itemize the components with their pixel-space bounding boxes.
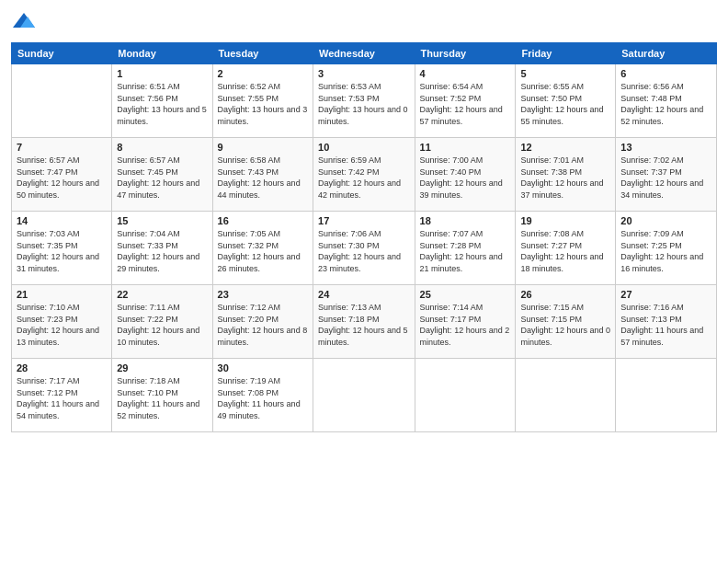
calendar-cell: 16Sunrise: 7:05 AMSunset: 7:32 PMDayligh… xyxy=(212,212,313,285)
day-number: 17 xyxy=(318,215,410,226)
day-detail: Sunrise: 7:08 AMSunset: 7:27 PMDaylight:… xyxy=(520,228,610,274)
day-detail: Sunrise: 6:51 AMSunset: 7:56 PMDaylight:… xyxy=(117,81,207,127)
day-detail: Sunrise: 7:19 AMSunset: 7:08 PMDaylight:… xyxy=(218,375,308,421)
calendar-cell: 12Sunrise: 7:01 AMSunset: 7:38 PMDayligh… xyxy=(516,138,616,212)
day-number: 16 xyxy=(218,215,308,226)
day-detail: Sunrise: 7:10 AMSunset: 7:23 PMDaylight:… xyxy=(17,302,107,348)
calendar-cell xyxy=(516,359,616,432)
day-detail: Sunrise: 7:09 AMSunset: 7:25 PMDaylight:… xyxy=(620,228,711,274)
day-number: 2 xyxy=(218,68,308,79)
day-number: 10 xyxy=(318,142,410,153)
calendar-cell xyxy=(313,359,415,432)
day-number: 3 xyxy=(318,68,410,79)
calendar-cell: 10Sunrise: 6:59 AMSunset: 7:42 PMDayligh… xyxy=(313,138,415,212)
week-row-5: 28Sunrise: 7:17 AMSunset: 7:12 PMDayligh… xyxy=(12,359,717,432)
calendar-cell: 13Sunrise: 7:02 AMSunset: 7:37 PMDayligh… xyxy=(616,138,717,212)
day-detail: Sunrise: 7:07 AMSunset: 7:28 PMDaylight:… xyxy=(420,228,511,274)
day-detail: Sunrise: 7:18 AMSunset: 7:10 PMDaylight:… xyxy=(117,375,207,421)
day-number: 1 xyxy=(117,68,207,79)
calendar-cell xyxy=(415,359,516,432)
day-number: 25 xyxy=(420,289,511,300)
day-detail: Sunrise: 7:13 AMSunset: 7:18 PMDaylight:… xyxy=(318,302,410,348)
day-detail: Sunrise: 6:58 AMSunset: 7:43 PMDaylight:… xyxy=(218,155,308,201)
day-detail: Sunrise: 6:54 AMSunset: 7:52 PMDaylight:… xyxy=(420,81,511,127)
calendar-cell: 1Sunrise: 6:51 AMSunset: 7:56 PMDaylight… xyxy=(112,64,212,138)
day-number: 27 xyxy=(620,289,711,300)
day-number: 18 xyxy=(420,215,511,226)
day-number: 26 xyxy=(520,289,610,300)
day-detail: Sunrise: 7:17 AMSunset: 7:12 PMDaylight:… xyxy=(17,375,107,421)
calendar-cell: 15Sunrise: 7:04 AMSunset: 7:33 PMDayligh… xyxy=(112,212,212,285)
page: SundayMondayTuesdayWednesdayThursdayFrid… xyxy=(0,0,728,563)
day-detail: Sunrise: 7:14 AMSunset: 7:17 PMDaylight:… xyxy=(420,302,511,348)
weekday-header-saturday: Saturday xyxy=(616,43,717,64)
calendar-cell xyxy=(616,359,717,432)
day-detail: Sunrise: 7:05 AMSunset: 7:32 PMDaylight:… xyxy=(218,228,308,274)
day-number: 29 xyxy=(117,362,207,373)
calendar-cell: 24Sunrise: 7:13 AMSunset: 7:18 PMDayligh… xyxy=(313,285,415,359)
day-detail: Sunrise: 6:52 AMSunset: 7:55 PMDaylight:… xyxy=(218,81,308,127)
day-detail: Sunrise: 7:16 AMSunset: 7:13 PMDaylight:… xyxy=(620,302,711,348)
day-number: 20 xyxy=(620,215,711,226)
calendar-cell: 20Sunrise: 7:09 AMSunset: 7:25 PMDayligh… xyxy=(616,212,717,285)
day-detail: Sunrise: 6:55 AMSunset: 7:50 PMDaylight:… xyxy=(520,81,610,127)
week-row-3: 14Sunrise: 7:03 AMSunset: 7:35 PMDayligh… xyxy=(12,212,717,285)
day-detail: Sunrise: 7:02 AMSunset: 7:37 PMDaylight:… xyxy=(620,155,711,201)
day-number: 30 xyxy=(218,362,308,373)
calendar-cell: 4Sunrise: 6:54 AMSunset: 7:52 PMDaylight… xyxy=(415,64,516,138)
day-detail: Sunrise: 7:12 AMSunset: 7:20 PMDaylight:… xyxy=(218,302,308,348)
day-detail: Sunrise: 7:11 AMSunset: 7:22 PMDaylight:… xyxy=(117,302,207,348)
day-detail: Sunrise: 7:00 AMSunset: 7:40 PMDaylight:… xyxy=(420,155,511,201)
day-number: 22 xyxy=(117,289,207,300)
calendar-cell: 19Sunrise: 7:08 AMSunset: 7:27 PMDayligh… xyxy=(516,212,616,285)
day-detail: Sunrise: 6:59 AMSunset: 7:42 PMDaylight:… xyxy=(318,155,410,201)
day-number: 12 xyxy=(520,142,610,153)
day-number: 11 xyxy=(420,142,511,153)
day-number: 13 xyxy=(620,142,711,153)
day-detail: Sunrise: 6:57 AMSunset: 7:47 PMDaylight:… xyxy=(17,155,107,201)
day-detail: Sunrise: 6:53 AMSunset: 7:53 PMDaylight:… xyxy=(318,81,410,127)
day-number: 19 xyxy=(520,215,610,226)
calendar-cell: 11Sunrise: 7:00 AMSunset: 7:40 PMDayligh… xyxy=(415,138,516,212)
weekday-header-monday: Monday xyxy=(112,43,212,64)
day-detail: Sunrise: 7:03 AMSunset: 7:35 PMDaylight:… xyxy=(17,228,107,274)
day-number: 8 xyxy=(117,142,207,153)
day-detail: Sunrise: 7:04 AMSunset: 7:33 PMDaylight:… xyxy=(117,228,207,274)
day-number: 6 xyxy=(620,68,711,79)
day-number: 23 xyxy=(218,289,308,300)
day-number: 9 xyxy=(218,142,308,153)
day-number: 7 xyxy=(17,142,107,153)
calendar-cell: 29Sunrise: 7:18 AMSunset: 7:10 PMDayligh… xyxy=(112,359,212,432)
calendar-cell: 23Sunrise: 7:12 AMSunset: 7:20 PMDayligh… xyxy=(212,285,313,359)
day-number: 21 xyxy=(17,289,107,300)
calendar-cell: 7Sunrise: 6:57 AMSunset: 7:47 PMDaylight… xyxy=(12,138,112,212)
logo xyxy=(11,9,40,35)
header xyxy=(11,9,717,35)
calendar-cell: 26Sunrise: 7:15 AMSunset: 7:15 PMDayligh… xyxy=(516,285,616,359)
calendar-cell: 18Sunrise: 7:07 AMSunset: 7:28 PMDayligh… xyxy=(415,212,516,285)
calendar-cell: 30Sunrise: 7:19 AMSunset: 7:08 PMDayligh… xyxy=(212,359,313,432)
day-detail: Sunrise: 6:57 AMSunset: 7:45 PMDaylight:… xyxy=(117,155,207,201)
calendar-cell xyxy=(12,64,112,138)
day-number: 28 xyxy=(17,362,107,373)
weekday-header-friday: Friday xyxy=(516,43,616,64)
day-number: 14 xyxy=(17,215,107,226)
calendar-table: SundayMondayTuesdayWednesdayThursdayFrid… xyxy=(11,42,717,432)
day-detail: Sunrise: 6:56 AMSunset: 7:48 PMDaylight:… xyxy=(620,81,711,127)
week-row-2: 7Sunrise: 6:57 AMSunset: 7:47 PMDaylight… xyxy=(12,138,717,212)
calendar-cell: 25Sunrise: 7:14 AMSunset: 7:17 PMDayligh… xyxy=(415,285,516,359)
calendar-cell: 28Sunrise: 7:17 AMSunset: 7:12 PMDayligh… xyxy=(12,359,112,432)
weekday-header-sunday: Sunday xyxy=(12,43,112,64)
calendar-cell: 2Sunrise: 6:52 AMSunset: 7:55 PMDaylight… xyxy=(212,64,313,138)
calendar-cell: 6Sunrise: 6:56 AMSunset: 7:48 PMDaylight… xyxy=(616,64,717,138)
weekday-header-wednesday: Wednesday xyxy=(313,43,415,64)
logo-icon xyxy=(11,9,37,35)
weekday-header-thursday: Thursday xyxy=(415,43,516,64)
weekday-header-row: SundayMondayTuesdayWednesdayThursdayFrid… xyxy=(12,43,717,64)
day-detail: Sunrise: 7:01 AMSunset: 7:38 PMDaylight:… xyxy=(520,155,610,201)
day-number: 15 xyxy=(117,215,207,226)
day-number: 4 xyxy=(420,68,511,79)
day-detail: Sunrise: 7:06 AMSunset: 7:30 PMDaylight:… xyxy=(318,228,410,274)
calendar-cell: 8Sunrise: 6:57 AMSunset: 7:45 PMDaylight… xyxy=(112,138,212,212)
calendar-cell: 17Sunrise: 7:06 AMSunset: 7:30 PMDayligh… xyxy=(313,212,415,285)
